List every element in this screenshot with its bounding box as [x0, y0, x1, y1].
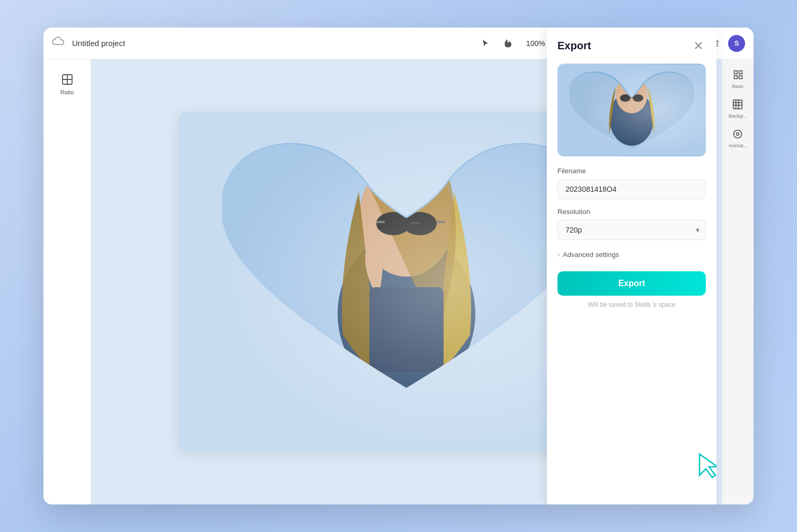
- resolution-select[interactable]: 360p 480p 720p 1080p 4K: [557, 220, 706, 240]
- right-panel-animation[interactable]: Animat...: [729, 127, 748, 148]
- background-label: Backgr...: [729, 113, 747, 119]
- main-area: Ratio: [43, 59, 754, 504]
- advanced-settings-label: Advanced settings: [563, 251, 619, 259]
- toolbar-left: Untitled project: [52, 36, 470, 51]
- svg-rect-27: [739, 71, 742, 74]
- left-sidebar: Ratio: [43, 59, 91, 504]
- filename-input[interactable]: [557, 179, 706, 199]
- resolution-select-wrapper: 360p 480p 720p 1080p 4K ▾: [557, 220, 706, 240]
- sidebar-item-ratio[interactable]: Ratio: [49, 68, 86, 100]
- svg-rect-28: [734, 76, 737, 79]
- background-icon: [731, 97, 745, 111]
- filename-label: Filename: [557, 167, 706, 175]
- right-panel: Basic Backgr...: [722, 59, 754, 504]
- pointer-tool-button[interactable]: [476, 34, 494, 52]
- advanced-settings-toggle[interactable]: › Advanced settings: [557, 249, 706, 261]
- save-note: Will be saved to Stella 's space: [557, 301, 706, 308]
- avatar[interactable]: S: [728, 35, 745, 52]
- basic-icon: [731, 68, 745, 82]
- cloud-icon: [52, 36, 67, 51]
- app-window: Untitled project 100% ▾: [43, 28, 754, 504]
- svg-rect-26: [734, 71, 737, 74]
- ratio-label: Ratio: [60, 89, 74, 95]
- svg-rect-30: [733, 100, 742, 109]
- svg-rect-29: [739, 76, 742, 79]
- chevron-right-icon: ›: [557, 251, 560, 259]
- svg-rect-24: [557, 65, 706, 155]
- zoom-value: 100%: [526, 39, 545, 48]
- project-title: Untitled project: [72, 39, 125, 48]
- svg-point-32: [737, 133, 739, 136]
- ratio-icon: [60, 72, 75, 87]
- export-action-button[interactable]: Export: [557, 271, 706, 296]
- export-panel: Export: [547, 59, 716, 504]
- resolution-label: Resolution: [557, 208, 706, 216]
- right-panel-basic[interactable]: Basic: [731, 68, 745, 89]
- animation-icon: [731, 127, 745, 141]
- hand-tool-button[interactable]: [499, 34, 517, 52]
- right-panel-background[interactable]: Backgr...: [729, 97, 747, 119]
- svg-point-31: [734, 130, 742, 138]
- preview-thumbnail: [557, 64, 706, 156]
- animation-label: Animat...: [729, 143, 748, 148]
- cursor-overlay: [695, 452, 716, 483]
- svg-marker-25: [699, 454, 716, 477]
- basic-label: Basic: [732, 84, 743, 89]
